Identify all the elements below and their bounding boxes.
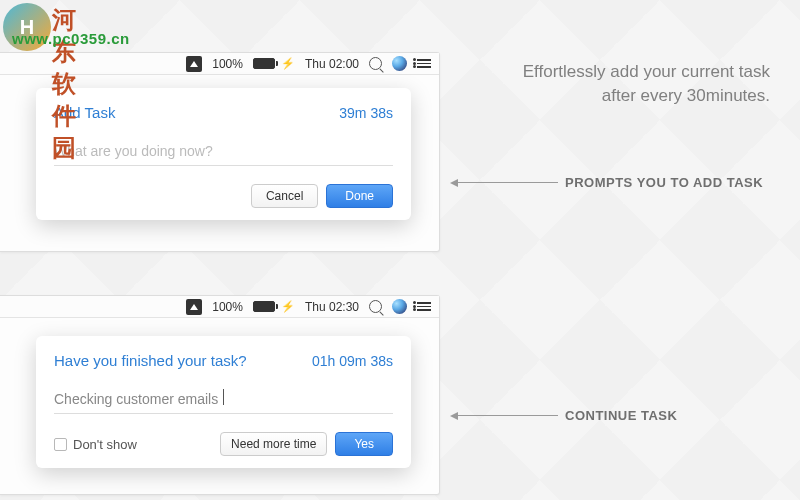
spotlight-icon[interactable] xyxy=(369,57,382,70)
mac-menubar: 100% ⚡ Thu 02:30 xyxy=(0,296,439,318)
finish-task-popup: Have you finished your task? 01h 09m 38s… xyxy=(36,336,411,468)
siri-icon[interactable] xyxy=(392,56,407,71)
callout-arrow xyxy=(458,182,558,183)
callout-label-continue: CONTINUE TASK xyxy=(565,408,677,423)
cancel-button[interactable]: Cancel xyxy=(251,184,318,208)
popup-title: Have you finished your task? xyxy=(54,352,247,369)
dont-show-checkbox[interactable] xyxy=(54,438,67,451)
headline-text: Effortlessly add your current task after… xyxy=(490,60,770,108)
charging-icon: ⚡ xyxy=(281,300,295,313)
dont-show-label: Don't show xyxy=(73,437,137,452)
yes-button[interactable]: Yes xyxy=(335,432,393,456)
callout-label-add: PROMPTS YOU TO ADD TASK xyxy=(565,175,763,190)
siri-icon[interactable] xyxy=(392,299,407,314)
need-more-time-button[interactable]: Need more time xyxy=(220,432,327,456)
add-task-popup: Add Task 39m 38s Cancel Done xyxy=(36,88,411,220)
notification-center-icon[interactable] xyxy=(417,302,431,311)
battery-percent: 100% xyxy=(212,300,243,314)
battery-icon xyxy=(253,58,275,69)
charging-icon: ⚡ xyxy=(281,57,295,70)
timer-value: 39m 38s xyxy=(339,105,393,121)
battery-icon xyxy=(253,301,275,312)
screenshot-continue-task: 100% ⚡ Thu 02:30 Have you finished your … xyxy=(0,295,440,495)
callout-arrow xyxy=(458,415,558,416)
site-url: www.pc0359.cn xyxy=(12,30,130,47)
spotlight-icon[interactable] xyxy=(369,300,382,313)
clock: Thu 02:00 xyxy=(305,57,359,71)
battery-percent: 100% xyxy=(212,57,243,71)
watermark: H 河东软件园 www.pc0359.cn xyxy=(0,0,54,54)
timer-value: 01h 09m 38s xyxy=(312,353,393,369)
notification-center-icon[interactable] xyxy=(417,59,431,68)
done-button[interactable]: Done xyxy=(326,184,393,208)
current-task-text: Checking customer emails xyxy=(54,385,393,414)
app-menubar-icon[interactable] xyxy=(186,299,202,315)
site-name: 河东软件园 xyxy=(52,4,76,164)
task-input[interactable] xyxy=(54,137,393,166)
app-menubar-icon[interactable] xyxy=(186,56,202,72)
clock: Thu 02:30 xyxy=(305,300,359,314)
